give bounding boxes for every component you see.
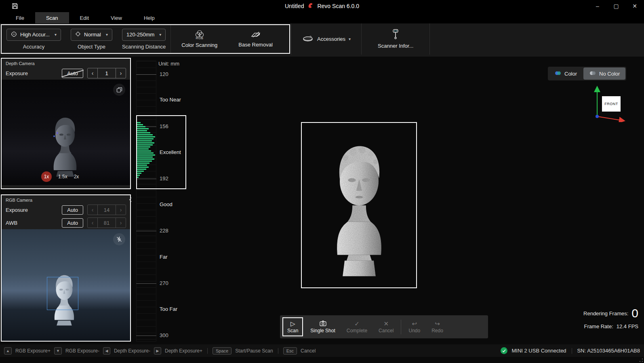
flash-off-icon[interactable]: [113, 233, 125, 245]
depth-camera-preview: 1x 1.5x 2x: [2, 80, 130, 185]
depth-exposure-value: 1: [97, 68, 116, 78]
menu-edit[interactable]: Edit: [69, 12, 100, 23]
scale-label: 120: [160, 71, 168, 77]
menu-view[interactable]: View: [100, 12, 133, 23]
awb-value: 81: [97, 218, 116, 228]
shortcut-label: Cancel: [301, 348, 316, 354]
scale-label: Good: [160, 201, 173, 207]
stepper-decrease-icon[interactable]: ‹: [88, 205, 97, 215]
serial-number: SN: A25103465A6H01AB8: [577, 348, 640, 354]
color-mode-no-color[interactable]: No Color: [583, 68, 625, 80]
depth-exposure-label: Exposure: [6, 70, 28, 76]
rgb-exposure-stepper: ‹ 14 ›: [87, 205, 126, 215]
close-icon[interactable]: ✕: [625, 0, 644, 12]
scanned-bust-model: [311, 129, 408, 282]
menu-scan[interactable]: Scan: [35, 12, 69, 23]
chevron-down-icon: ▾: [55, 32, 57, 37]
depth-camera-panel: Depth Camera Exposure Auto ‹ 1 ›: [1, 58, 131, 189]
chevron-down-icon: ▾: [106, 32, 108, 37]
render-stats: Rendering Frames: 0 Frame Rate: 12.4 FPS: [583, 307, 638, 329]
rendering-frames-value: 0: [631, 307, 638, 319]
snapshot-icon[interactable]: [113, 84, 125, 96]
orientation-gizmo[interactable]: FRONT: [591, 83, 628, 122]
stepper-increase-icon[interactable]: ›: [116, 218, 126, 228]
panel-collapse-handle[interactable]: [128, 195, 133, 204]
single-shot-button[interactable]: Single Shot: [305, 315, 341, 338]
zoom-2x-button[interactable]: 2x: [74, 174, 79, 179]
accuracy-value: High Accur...: [20, 32, 50, 38]
scanner-info-button[interactable]: Scanner Infor...: [362, 23, 429, 55]
zoom-1-5x-button[interactable]: 1.5x: [58, 174, 67, 179]
face-selection-box: [47, 277, 78, 310]
redo-button[interactable]: ↪ Redo: [426, 315, 449, 338]
shortcut-label: RGB Exposure-: [65, 348, 99, 354]
accessories-label: Accessories: [317, 36, 345, 42]
tracking-marker: [57, 132, 58, 134]
menu-bar: File Scan Edit View Help: [0, 12, 644, 23]
esc-key-icon: Esc: [283, 347, 297, 355]
connection-status: MINI 2 USB Connected: [511, 348, 566, 354]
shortcut-label: Depth Exposure-: [114, 348, 150, 354]
color-mode-color[interactable]: Color: [549, 68, 583, 80]
complete-button[interactable]: ✓ Complete: [341, 315, 373, 338]
play-icon: ▷: [290, 320, 295, 327]
scale-label: 270: [160, 280, 168, 286]
color-scanning-button[interactable]: RGB Color Scanning: [171, 25, 228, 53]
stepper-increase-icon[interactable]: ›: [116, 205, 126, 215]
camera-icon: [320, 320, 326, 327]
object-type-dropdown[interactable]: Normal ▾: [71, 29, 112, 41]
app-title: Revo Scan 6.0.0: [317, 3, 359, 9]
accuracy-dropdown[interactable]: High Accur... ▾: [6, 29, 61, 41]
turntable-icon: [302, 35, 314, 43]
menu-file[interactable]: File: [5, 12, 35, 23]
redo-icon: ↪: [435, 320, 440, 327]
chevron-down-icon: ▾: [349, 37, 351, 41]
resize-grip[interactable]: [639, 358, 643, 362]
scanner-device-icon: [391, 29, 400, 41]
cancel-button[interactable]: ✕ Cancel: [373, 315, 399, 338]
minimize-icon[interactable]: –: [588, 0, 607, 12]
scan-button[interactable]: ▷ Scan: [282, 317, 303, 336]
space-key-icon: Space: [213, 347, 232, 355]
awb-label: AWB: [6, 220, 17, 226]
scanning-distance-label: Scanning Distance: [122, 44, 166, 50]
rgb-camera-panel: RGB Camera Exposure Auto ‹ 14 › AWB Auto…: [1, 194, 131, 342]
scanning-distance-dropdown[interactable]: 120-250mm ▾: [122, 29, 166, 41]
stepper-decrease-icon[interactable]: ‹: [88, 68, 97, 78]
depth-exposure-stepper: ‹ 1 ›: [87, 68, 126, 78]
color-scanning-label: Color Scanning: [181, 42, 217, 48]
check-icon: ✓: [354, 320, 360, 327]
undo-button[interactable]: ↩ Undo: [403, 315, 426, 338]
rgb-camera-preview: [2, 229, 130, 341]
connected-check-icon: [501, 347, 507, 354]
tracking-marker: [53, 135, 55, 137]
menu-help[interactable]: Help: [133, 12, 166, 23]
accessories-dropdown[interactable]: Accessories ▾: [291, 23, 361, 55]
awb-auto-button[interactable]: Auto: [62, 218, 83, 228]
color-mode-toggle: Color No Color: [548, 67, 626, 80]
scale-label: 228: [160, 228, 168, 234]
arrow-right-key-icon: ▶: [154, 347, 161, 355]
rgb-exposure-auto-button[interactable]: Auto: [62, 205, 83, 215]
stepper-decrease-icon[interactable]: ‹: [88, 218, 97, 228]
accuracy-icon: [11, 31, 17, 38]
scale-label: Too Near: [160, 97, 181, 103]
scan-settings-group: High Accur... ▾ Accuracy Normal ▾ Object…: [1, 24, 290, 54]
scanning-distance-value: 120-250mm: [126, 32, 154, 38]
depth-preview-bust: [39, 111, 91, 180]
scale-label: Far: [160, 254, 168, 260]
shortcut-label: RGB Exposure+: [15, 348, 51, 354]
object-type-label: Object Type: [78, 44, 105, 50]
zoom-1x-button[interactable]: 1x: [41, 171, 52, 182]
scale-label: Too Far: [160, 306, 177, 312]
stepper-increase-icon[interactable]: ›: [116, 68, 126, 78]
maximize-icon[interactable]: ▢: [607, 0, 625, 12]
depth-exposure-auto-button[interactable]: Auto: [62, 69, 83, 78]
color-dots-icon: [554, 70, 562, 77]
base-removal-button[interactable]: Base Removal: [228, 25, 283, 53]
accuracy-label: Accuracy: [23, 44, 44, 50]
status-bar: ▲ RGB Exposure+ ▼ RGB Exposure- ◀ Depth …: [0, 344, 644, 357]
depth-camera-title: Depth Camera: [2, 59, 130, 67]
document-title: Untitled: [285, 3, 304, 9]
scanner-info-label: Scanner Infor...: [378, 43, 413, 49]
